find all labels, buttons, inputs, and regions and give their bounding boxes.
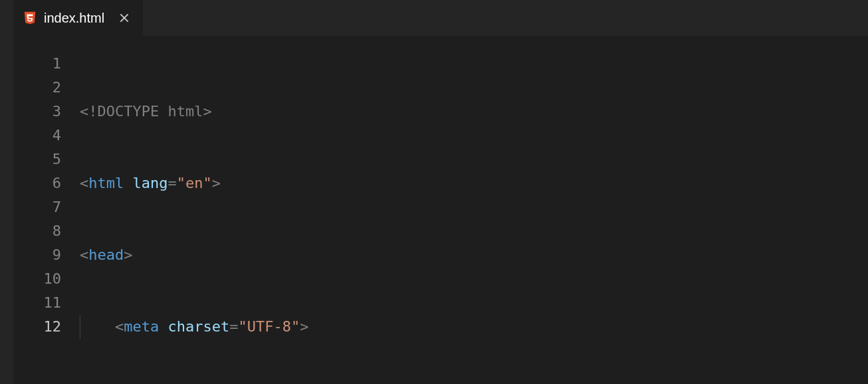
code-line[interactable]: <meta charset="UTF-8"> [80, 315, 868, 339]
line-number: 6 [13, 171, 61, 195]
code-line[interactable]: <html lang="en"> [80, 171, 868, 195]
close-icon[interactable] [118, 11, 131, 25]
editor[interactable]: 1 2 3 4 5 6 7 8 9 10 11 12 <!DOCTYPE htm… [13, 36, 868, 384]
activity-bar-strip [0, 0, 13, 384]
line-number: 4 [13, 124, 61, 147]
indent-guide [80, 315, 80, 339]
html5-icon [23, 11, 37, 25]
code-area[interactable]: <!DOCTYPE html> <html lang="en"> <head> … [80, 36, 868, 384]
line-number: 9 [13, 243, 61, 267]
code-line[interactable]: <head> [80, 243, 868, 267]
line-number: 7 [13, 195, 61, 219]
line-number: 8 [13, 219, 61, 243]
line-number: 1 [13, 52, 61, 76]
line-number: 11 [13, 291, 61, 315]
tab-bar: index.html [13, 0, 868, 36]
tab-index-html[interactable]: index.html [13, 0, 143, 36]
code-line[interactable]: <!DOCTYPE html> [80, 100, 868, 124]
line-number: 3 [13, 100, 61, 124]
line-number: 5 [13, 147, 61, 171]
line-number-gutter: 1 2 3 4 5 6 7 8 9 10 11 12 [13, 36, 80, 384]
line-number: 10 [13, 267, 61, 291]
line-number: 2 [13, 76, 61, 100]
line-number: 12 [13, 315, 61, 339]
tab-title: index.html [44, 11, 104, 26]
